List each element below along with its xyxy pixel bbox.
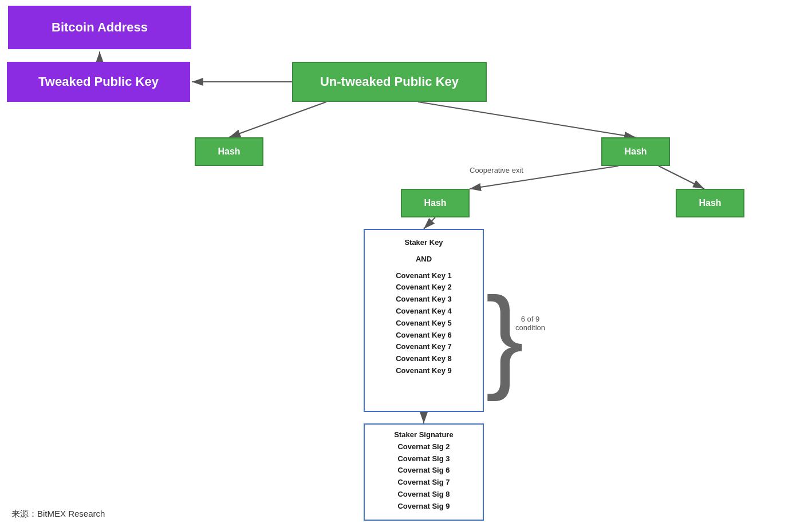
staker-key-line: Staker Key [404,237,443,249]
svg-line-3 [229,102,326,137]
condition-label: 6 of 9 condition [515,315,545,332]
covenant-key-4: Covenant Key 4 [396,306,452,318]
hash-middle-label: Hash [424,198,446,208]
untweaked-public-key-label: Un-tweaked Public Key [320,74,459,89]
tweaked-public-key-label: Tweaked Public Key [38,74,159,89]
covenant-key-3: Covenant Key 3 [396,294,452,306]
svg-line-6 [659,166,704,189]
tweaked-public-key-node: Tweaked Public Key [7,62,190,102]
cooperative-exit-label: Cooperative exit [470,166,523,175]
diagram-container: Bitcoin Address Tweaked Public Key Un-tw… [0,0,812,531]
covernat-sig-8: Covernat Sig 8 [397,489,450,501]
source-label: 来源：BitMEX Research [11,509,105,520]
staker-box: Staker Key AND Covenant Key 1 Covenant K… [364,229,484,412]
hash-right-node: Hash [601,137,670,166]
covenant-key-6: Covenant Key 6 [396,330,452,342]
covenant-key-7: Covenant Key 7 [396,341,452,353]
covernat-sig-2: Covernat Sig 2 [397,441,450,453]
covernat-sig-6: Covernat Sig 6 [397,465,450,477]
untweaked-public-key-node: Un-tweaked Public Key [292,62,487,102]
hash-left-label: Hash [218,146,240,157]
hash-far-right-node: Hash [676,189,744,217]
svg-line-4 [418,102,636,137]
signature-box: Staker Signature Covernat Sig 2 Covernat… [364,423,484,521]
svg-line-7 [424,217,435,229]
covenant-key-8: Covenant Key 8 [396,353,452,365]
and-line: AND [416,253,432,266]
covenant-key-2: Covenant Key 2 [396,282,452,294]
staker-signature-line: Staker Signature [394,429,453,441]
bitcoin-address-node: Bitcoin Address [8,6,191,49]
curly-brace: } [486,280,524,395]
covenant-key-1: Covenant Key 1 [396,270,452,282]
hash-left-node: Hash [195,137,263,166]
covernat-sig-9: Covernat Sig 9 [397,501,450,513]
hash-far-right-label: Hash [699,198,721,208]
covenant-key-9: Covenant Key 9 [396,365,452,377]
hash-middle-node: Hash [401,189,470,217]
hash-right-label: Hash [624,146,647,157]
bitcoin-address-label: Bitcoin Address [52,20,148,35]
covernat-sig-7: Covernat Sig 7 [397,477,450,489]
covernat-sig-3: Covernat Sig 3 [397,453,450,465]
covenant-key-5: Covenant Key 5 [396,318,452,330]
